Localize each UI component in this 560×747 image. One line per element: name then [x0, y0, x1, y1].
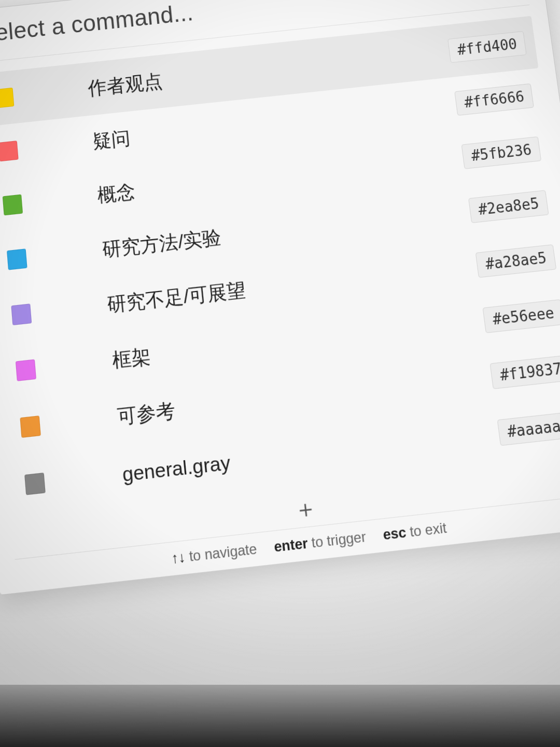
color-hex[interactable]: #f19837: [490, 355, 560, 389]
color-swatch: [11, 303, 32, 325]
color-hex[interactable]: #ffd400: [447, 31, 526, 63]
color-hex[interactable]: #ff6666: [455, 84, 534, 116]
command-palette[interactable]: Select a command... 作者观点#ffd400疑问#ff6666…: [0, 0, 560, 596]
color-swatch: [16, 359, 36, 381]
color-hex[interactable]: #5fb236: [461, 136, 541, 169]
monitor-bezel: [0, 685, 560, 747]
hint-exit: esc to exit: [382, 519, 447, 543]
color-swatch: [24, 473, 46, 495]
color-hex[interactable]: #aaaaaa: [497, 411, 560, 446]
hint-navigate: ↑↓ to navigate: [171, 541, 258, 567]
color-hex[interactable]: #2ea8e5: [469, 190, 549, 223]
color-hex[interactable]: #a28ae5: [475, 244, 556, 278]
color-swatch: [20, 416, 40, 438]
color-swatch: [3, 195, 23, 216]
color-swatch: [7, 248, 27, 270]
color-swatch: [0, 141, 19, 161]
color-swatch: [0, 88, 14, 108]
hint-trigger: enter to trigger: [273, 528, 367, 555]
color-hex[interactable]: #e56eee: [483, 299, 560, 333]
command-list: 作者观点#ffd400疑问#ff6666概念#5fb236研究方法/实验#2ea…: [0, 5, 560, 520]
add-button[interactable]: ＋: [290, 493, 321, 525]
